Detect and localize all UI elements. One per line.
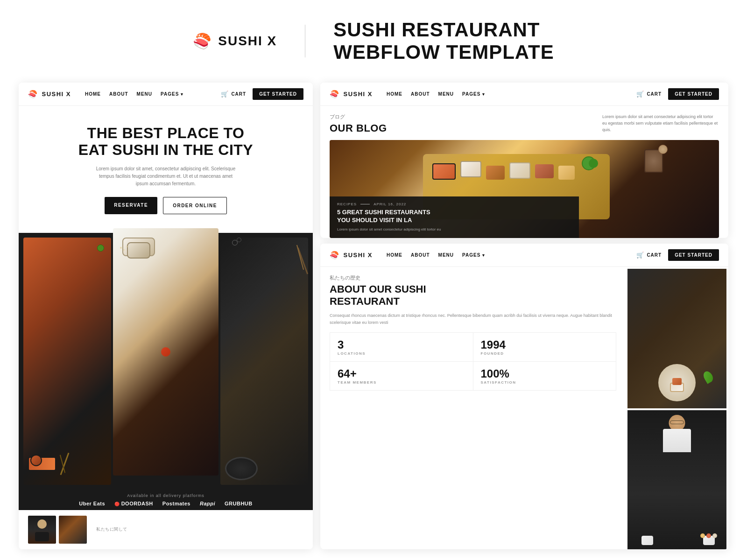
right-panel: 🍣 SUSHI X HOME ABOUT MENU PAGES 🛒 CART G… [320, 83, 728, 549]
hero-title: THE BEST PLACE TO EAT SUSHI IN THE CITY [33, 125, 299, 159]
sushi-image-2 [113, 228, 218, 475]
blog-nav-home[interactable]: HOME [387, 91, 402, 97]
sushi-image-1 [23, 238, 111, 484]
blog-description: Lorem ipsum dolor sit amet consectetur a… [602, 113, 719, 134]
left-nav-right: 🛒 CART GET STARTED [221, 88, 303, 100]
nav-pages[interactable]: PAGES [161, 91, 183, 97]
about-nav-home[interactable]: HOME [387, 252, 402, 258]
about-cart-label: CART [647, 252, 662, 258]
tagline-line2: WEBFLOW TEMPLATE [333, 41, 554, 63]
blog-nav-right: 🛒 CART GET STARTED [636, 88, 719, 100]
nav-menu[interactable]: MENU [137, 91, 152, 97]
about-nav: 🍣 SUSHI X HOME ABOUT MENU PAGES 🛒 CART G… [320, 244, 728, 267]
blog-nav-cta[interactable]: GET STARTED [668, 88, 719, 100]
nav-cta-button[interactable]: GET STARTED [253, 88, 303, 100]
blog-nav-icon: 🍣 [330, 90, 340, 98]
left-panel: 🍣 SUSHI X HOME ABOUT MENU PAGES 🛒 CART G… [19, 83, 313, 549]
left-nav-links: HOME ABOUT MENU PAGES [85, 91, 183, 97]
about-title-line1: ABOUT OUR SUSHI [330, 283, 426, 295]
hero-title-line1: THE BEST PLACE TO [87, 125, 245, 141]
about-image-2 [59, 516, 87, 544]
about-nav-icon: 🍣 [330, 251, 340, 259]
about-description: Consequat rhoncus maecenas dictum at tri… [330, 312, 616, 326]
stat-team-label: TEAM MEMBERS [338, 380, 465, 385]
doordash-brand: DOORDASH [114, 501, 153, 506]
about-nav-brand: 🍣 SUSHI X [330, 251, 373, 259]
about-cart-icon: 🛒 [636, 252, 644, 259]
blog-nav-links: HOME ABOUT MENU PAGES [387, 91, 485, 97]
blog-nav-menu[interactable]: MENU [438, 91, 454, 97]
sushi-detail-1 [23, 238, 111, 484]
blog-nav-cart[interactable]: 🛒 CART [636, 91, 662, 98]
blog-japanese-label: ブログ [330, 113, 593, 120]
blog-nav-brand: 🍣 SUSHI X [330, 90, 373, 98]
blog-title-area: ブログ OUR BLOG [330, 113, 593, 134]
header-divider [305, 25, 305, 57]
nav-sushi-icon: 🍣 [28, 90, 38, 98]
left-nav: 🍣 SUSHI X HOME ABOUT MENU PAGES 🛒 CART G… [19, 83, 313, 106]
stat-founded-number: 1994 [481, 338, 609, 351]
nav-about[interactable]: ABOUT [109, 91, 128, 97]
stat-locations-label: LOCATIONS [338, 351, 465, 356]
blog-nav: 🍣 SUSHI X HOME ABOUT MENU PAGES 🛒 CART G… [320, 83, 728, 106]
about-text-area: 私たちの歴史 ABOUT OUR SUSHI RESTAURANT Conseq… [320, 267, 626, 549]
blog-main-title: OUR BLOG [330, 122, 593, 134]
tagline-line1: SUSHI RESTAURANT [333, 19, 554, 41]
cart-label: CART [231, 91, 246, 97]
about-nav-links: HOME ABOUT MENU PAGES [387, 252, 485, 258]
about-nav-about[interactable]: ABOUT [411, 252, 430, 258]
blog-nav-name: SUSHI X [344, 91, 373, 98]
stat-satisfaction-label: SATISFACTION [481, 380, 609, 385]
blog-date: APRIL 16, 2022 [374, 202, 406, 206]
about-photo-2 [627, 410, 726, 549]
sushi-detail-2 [113, 228, 218, 475]
about-photos-area [626, 267, 728, 549]
blog-content-area: ブログ OUR BLOG Lorem ipsum dolor sit amet … [320, 106, 728, 140]
blog-nav-pages[interactable]: PAGES [462, 91, 485, 97]
stat-locations-number: 3 [338, 338, 465, 351]
about-main-title: ABOUT OUR SUSHI RESTAURANT [330, 283, 616, 308]
top-header: 🍣 SUSHI X SUSHI RESTAURANT WEBFLOW TEMPL… [0, 0, 747, 83]
stat-founded: 1994 FOUNDED [473, 333, 616, 361]
stat-satisfaction: 100% SATISFACTION [473, 362, 616, 390]
grubhub-brand: GRUBHUB [225, 501, 253, 506]
sushi-icon: 🍣 [193, 32, 211, 50]
blog-nav-about[interactable]: ABOUT [411, 91, 430, 97]
hero-section: THE BEST PLACE TO EAT SUSHI IN THE CITY … [19, 106, 313, 233]
blog-cart-label: CART [647, 91, 662, 97]
about-nav-menu[interactable]: MENU [438, 252, 454, 258]
meta-divider [360, 204, 370, 204]
order-online-button[interactable]: ORDER ONLINE [163, 197, 227, 214]
blog-post-title-line2: YOU SHOULD VISIT IN LA [337, 217, 412, 224]
blog-panel: 🍣 SUSHI X HOME ABOUT MENU PAGES 🛒 CART G… [320, 83, 728, 238]
cart-icon: 🛒 [221, 91, 229, 98]
brand-logo-area: 🍣 SUSHI X [193, 32, 277, 50]
about-nav-pages[interactable]: PAGES [462, 252, 485, 258]
hero-subtitle: Lorem ipsum dolor sit amet, consectetur … [96, 165, 236, 188]
blog-post-title: 5 GREAT SUSHI RESTAURANTS YOU SHOULD VIS… [337, 209, 571, 224]
blog-cart-icon: 🛒 [636, 91, 644, 98]
stat-locations: 3 LOCATIONS [330, 333, 473, 361]
about-title-line2: RESTAURANT [330, 295, 400, 307]
stat-satisfaction-number: 100% [481, 367, 609, 380]
nav-cart[interactable]: 🛒 CART [221, 91, 246, 98]
stat-team: 64+ TEAM MEMBERS [330, 362, 473, 390]
uber-eats-brand: Uber Eats [79, 501, 105, 506]
about-nav-cart[interactable]: 🛒 CART [636, 252, 662, 259]
delivery-label: Available in all delivery platforms [28, 493, 303, 498]
about-nav-name: SUSHI X [344, 252, 373, 259]
about-content-area: 私たちの歴史 ABOUT OUR SUSHI RESTAURANT Conseq… [320, 267, 728, 549]
tagline: SUSHI RESTAURANT WEBFLOW TEMPLATE [333, 19, 554, 64]
left-bottom-strip: 私たちに関して [19, 510, 313, 549]
about-japanese-label: 私たちの歴史 [330, 274, 616, 281]
hero-buttons: RESERVATE ORDER ONLINE [33, 197, 299, 214]
nav-home[interactable]: HOME [85, 91, 101, 97]
delivery-bar: Available in all delivery platforms Uber… [19, 490, 313, 510]
stat-founded-label: FOUNDED [481, 351, 609, 356]
stats-grid: 3 LOCATIONS 1994 FOUNDED 64+ TEAM MEMBER… [330, 332, 616, 391]
reservate-button[interactable]: RESERVATE [105, 197, 157, 214]
about-nav-cta[interactable]: GET STARTED [668, 249, 719, 261]
main-content: 🍣 SUSHI X HOME ABOUT MENU PAGES 🛒 CART G… [0, 83, 747, 549]
sushi-detail-3 [220, 238, 308, 484]
about-strip-label: 私たちに関して [96, 526, 127, 532]
